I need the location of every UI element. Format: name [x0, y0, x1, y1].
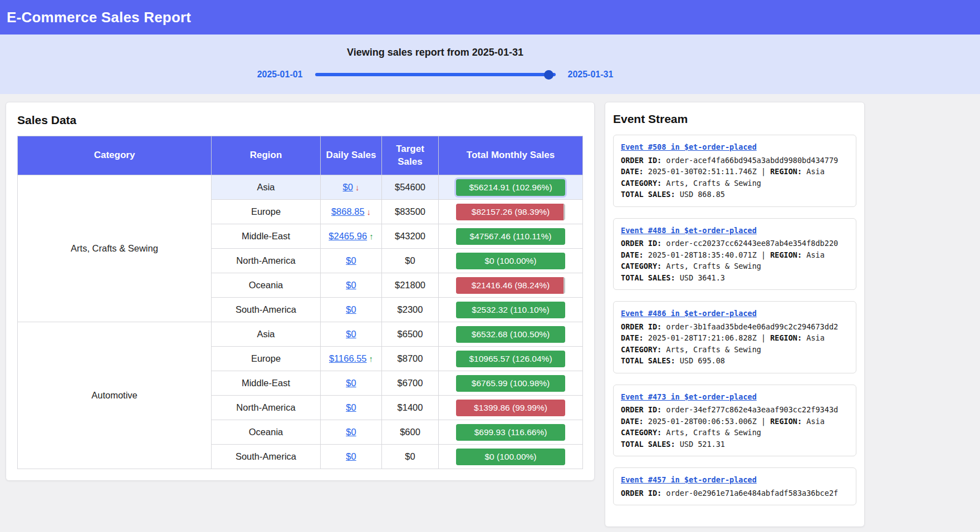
- badge-label: $47567.46 (110.11%): [456, 228, 565, 245]
- category-cell: Arts, Crafts & Sewing: [18, 175, 212, 322]
- daily-sales-cell: $1166.55↑: [321, 347, 382, 371]
- total-sales-cell: $699.93 (116.66%): [439, 420, 583, 445]
- event-field-value: 2025-01-28T18:35:40.071Z |: [648, 250, 770, 259]
- daily-sales-link[interactable]: $0: [346, 255, 356, 265]
- event-field-label: TOTAL SALES:: [621, 440, 680, 449]
- event-link[interactable]: Event #457 in $et-order-placed: [621, 474, 757, 486]
- event-link[interactable]: Event #486 in $et-order-placed: [621, 308, 757, 319]
- event-card: Event #473 in $et-order-placedORDER ID: …: [613, 385, 856, 457]
- event-field-value: 2025-01-28T17:21:06.828Z |: [648, 333, 770, 342]
- event-card: Event #486 in $et-order-placedORDER ID: …: [613, 301, 856, 373]
- sales-header-row: CategoryRegionDaily SalesTarget SalesTot…: [18, 136, 583, 175]
- daily-sales-link[interactable]: $2465.96: [329, 231, 367, 241]
- event-field-value: USD 3641.3: [680, 273, 725, 282]
- badge-label: $10965.57 (126.04%): [456, 351, 565, 367]
- event-field-label: CATEGORY:: [621, 262, 666, 270]
- event-date-region-line: DATE: 2025-01-30T02:51:11.746Z | REGION:…: [621, 166, 849, 178]
- event-link[interactable]: Event #508 in $et-order-placed: [621, 141, 757, 153]
- region-cell: North-America: [212, 249, 321, 273]
- daily-sales-cell: $0↓: [321, 175, 382, 200]
- monthly-sales-badge: $6765.99 (100.98%): [456, 375, 565, 392]
- event-field-value: Arts, Crafts & Sewing: [666, 179, 761, 188]
- target-sales-cell: $0: [382, 445, 439, 469]
- target-sales-cell: $83500: [382, 200, 439, 224]
- event-order-id-line: ORDER ID: order-34ef277c862e4a3eaaf903cc…: [621, 404, 849, 416]
- sales-panel: Sales Data CategoryRegionDaily SalesTarg…: [6, 102, 595, 481]
- event-date-region-line: DATE: 2025-01-28T18:35:40.071Z | REGION:…: [621, 249, 849, 261]
- event-field-label: ORDER ID:: [621, 322, 666, 331]
- badge-label: $56214.91 (102.96%): [456, 179, 565, 196]
- total-sales-cell: $6532.68 (100.50%): [439, 322, 583, 347]
- daily-sales-link[interactable]: $0: [346, 304, 356, 314]
- target-sales-cell: $8700: [382, 347, 439, 371]
- daily-sales-link[interactable]: $0: [346, 427, 356, 437]
- event-field-label: DATE:: [621, 333, 648, 342]
- daily-sales-link[interactable]: $868.85: [331, 206, 365, 216]
- slider-end-label: 2025-01-31: [568, 70, 614, 80]
- daily-sales-link[interactable]: $0: [346, 451, 356, 461]
- region-cell: Middle-East: [212, 371, 321, 396]
- column-header: Total Monthly Sales: [439, 136, 583, 175]
- event-field-value: order-acef4fa66bd945a3abdd9980bd434779: [666, 156, 838, 165]
- monthly-sales-badge: $10965.57 (126.04%): [456, 351, 565, 367]
- daily-sales-link[interactable]: $0: [343, 182, 353, 192]
- daily-sales-link[interactable]: $0: [346, 378, 356, 388]
- date-filter-section: Viewing sales report from 2025-01-31 202…: [0, 35, 980, 94]
- event-field-label: CATEGORY:: [621, 428, 666, 437]
- event-field-label: CATEGORY:: [621, 345, 666, 354]
- event-order-id-line: ORDER ID: order-acef4fa66bd945a3abdd9980…: [621, 155, 849, 166]
- daily-sales-link[interactable]: $0: [346, 329, 356, 339]
- slider-thumb[interactable]: [544, 70, 553, 80]
- total-sales-cell: $82157.26 (98.39%): [439, 200, 583, 224]
- column-header: Region: [212, 136, 321, 175]
- event-card: Event #508 in $et-order-placedORDER ID: …: [613, 135, 856, 207]
- event-field-value: 2025-01-30T02:51:11.746Z |: [648, 167, 770, 176]
- event-order-id-line: ORDER ID: order-cc20237cc62443ee87ab4e35…: [621, 238, 849, 249]
- region-cell: Middle-East: [212, 224, 321, 249]
- daily-sales-link[interactable]: $0: [346, 280, 356, 290]
- sales-title: Sales Data: [17, 114, 583, 127]
- event-field-label: DATE:: [621, 250, 648, 259]
- monthly-sales-badge: $47567.46 (110.11%): [456, 228, 565, 245]
- event-field-value: order-cc20237cc62443ee87ab4e354f8db220: [666, 239, 838, 248]
- target-sales-cell: $21800: [382, 273, 439, 298]
- monthly-sales-badge: $1399.86 (99.99%): [456, 400, 565, 416]
- event-field-label: REGION:: [770, 250, 806, 259]
- daily-sales-link[interactable]: $1166.55: [329, 353, 367, 363]
- event-card: Event #488 in $et-order-placedORDER ID: …: [613, 218, 856, 290]
- event-field-value: order-34ef277c862e4a3eaaf903cc22f9343d: [666, 405, 838, 414]
- region-cell: South-America: [212, 445, 321, 469]
- event-card: Event #457 in $et-order-placedORDER ID: …: [613, 467, 856, 505]
- target-sales-cell: $54600: [382, 175, 439, 200]
- column-header: Target Sales: [382, 136, 439, 175]
- daily-sales-cell: $0: [321, 298, 382, 322]
- event-field-value: Arts, Crafts & Sewing: [666, 428, 761, 437]
- target-sales-cell: $43200: [382, 224, 439, 249]
- total-sales-cell: $6765.99 (100.98%): [439, 371, 583, 396]
- event-field-label: ORDER ID:: [621, 239, 666, 248]
- daily-sales-cell: $0: [321, 396, 382, 420]
- daily-sales-cell: $0: [321, 249, 382, 273]
- badge-label: $21416.46 (98.24%): [456, 277, 565, 294]
- badge-label: $699.93 (116.66%): [456, 424, 565, 441]
- event-field-label: REGION:: [770, 333, 806, 342]
- event-link[interactable]: Event #473 in $et-order-placed: [621, 391, 757, 403]
- slider-track[interactable]: [315, 73, 556, 76]
- event-link[interactable]: Event #488 in $et-order-placed: [621, 225, 757, 237]
- monthly-sales-badge: $21416.46 (98.24%): [456, 277, 565, 294]
- event-field-label: CATEGORY:: [621, 179, 666, 188]
- total-sales-cell: $47567.46 (110.11%): [439, 224, 583, 249]
- event-field-value: Asia: [806, 417, 825, 426]
- event-field-label: ORDER ID:: [621, 405, 666, 414]
- event-field-label: TOTAL SALES:: [621, 356, 680, 365]
- region-cell: Europe: [212, 200, 321, 224]
- badge-label: $0 (100.00%): [456, 449, 565, 465]
- daily-sales-cell: $0: [321, 420, 382, 445]
- event-total-line: TOTAL SALES: USD 695.08: [621, 355, 849, 367]
- date-slider[interactable]: [315, 70, 556, 80]
- monthly-sales-badge: $699.93 (116.66%): [456, 424, 565, 441]
- total-sales-cell: $0 (100.00%): [439, 249, 583, 273]
- event-category-line: CATEGORY: Arts, Crafts & Sewing: [621, 344, 849, 356]
- daily-sales-link[interactable]: $0: [346, 402, 356, 412]
- event-field-value: order-0e2961e71a6e484abfadf583a36bce2f: [666, 489, 838, 497]
